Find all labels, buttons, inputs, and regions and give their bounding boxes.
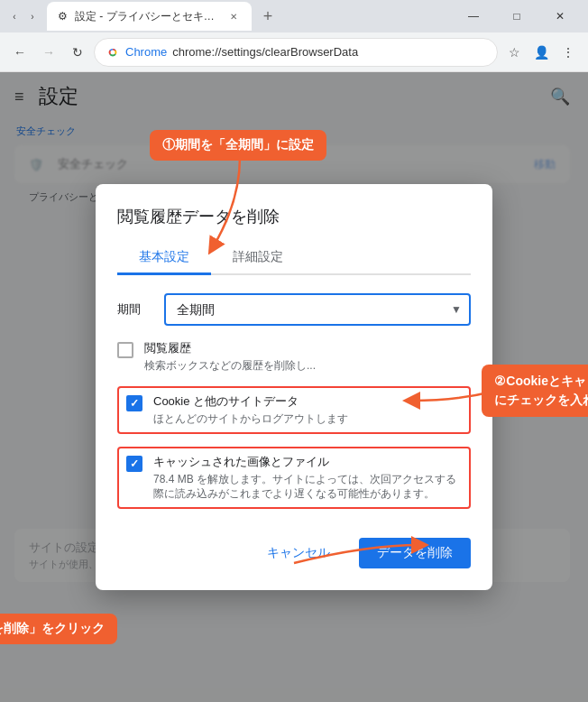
tab-basic[interactable]: 基本設定 [117, 242, 211, 275]
modal-title: 閲覧履歴データを削除 [117, 206, 471, 227]
new-tab-button[interactable]: + [255, 4, 280, 29]
back-button[interactable]: ← [7, 40, 32, 65]
menu-button[interactable]: ⋮ [556, 40, 581, 65]
cookies-item: Cookie と他のサイトデータ ほとんどのサイトからログアウトします [117, 386, 471, 434]
cache-checkbox[interactable] [126, 456, 142, 472]
address-bar: ← → ↻ Chrome chrome://settings/clearBrow… [0, 32, 588, 72]
modal-overlay: ①期間を「全期間」に設定 ②Cookieとキャッシュにチェックを入れる ③「デー… [0, 72, 588, 702]
bookmark-button[interactable]: ☆ [501, 40, 527, 65]
svg-point-1 [111, 50, 115, 54]
period-select[interactable]: 全期間 過去1時間 過去24時間 過去7日間 過去4週間 [164, 293, 471, 326]
nav-forward-tab[interactable]: › [25, 9, 40, 23]
cookies-text: Cookie と他のサイトデータ ほとんどのサイトからログアウトします [153, 393, 462, 427]
tab-advanced[interactable]: 詳細設定 [211, 242, 305, 275]
cache-title: キャッシュされた画像とファイル [153, 454, 462, 470]
period-row: 期間 全期間 過去1時間 過去24時間 過去7日間 過去4週間 ▼ [117, 293, 471, 326]
modal-footer: キャンセル データを削除 [117, 527, 471, 568]
browser-window: ‹ › ⚙ 設定 - プライバシーとセキュリティ ✕ + — □ ✕ ← → ↻ [0, 0, 588, 702]
modal-tabs: 基本設定 詳細設定 [117, 242, 471, 275]
url-brand: Chrome [125, 45, 167, 59]
address-actions: ☆ 👤 ⋮ [501, 40, 581, 65]
tab-close-button[interactable]: ✕ [226, 9, 241, 23]
url-bar[interactable]: Chrome chrome://settings/clearBrowserDat… [94, 38, 498, 67]
annotation-step1: ①期間を「全期間」に設定 [150, 130, 326, 161]
period-label: 期間 [117, 301, 153, 318]
clear-data-modal: ①期間を「全期間」に設定 ②Cookieとキャッシュにチェックを入れる ③「デー… [96, 184, 492, 590]
minimize-button[interactable]: — [453, 3, 494, 30]
cancel-button[interactable]: キャンセル [249, 538, 348, 568]
annotation-step3: ③「データを削除」をクリック [0, 614, 117, 644]
forward-button[interactable]: → [36, 40, 61, 65]
browsing-history-title: 閲覧履歴 [144, 340, 471, 356]
window-controls-left: ‹ › [7, 9, 40, 23]
browsing-history-desc: 検索ボックスなどの履歴を削除し... [144, 358, 471, 374]
close-button[interactable]: ✕ [539, 3, 581, 30]
url-path: chrome://settings/clearBrowserData [172, 45, 358, 59]
delete-button[interactable]: データを削除 [359, 538, 471, 568]
nav-back-tab[interactable]: ‹ [7, 9, 22, 23]
cookies-desc: ほとんどのサイトからログアウトします [153, 411, 462, 427]
annotation-step2-text: ②Cookieとキャッシュにチェックを入れる [494, 374, 588, 407]
browsing-history-item: 閲覧履歴 検索ボックスなどの履歴を削除し... [117, 340, 471, 374]
cookies-title: Cookie と他のサイトデータ [153, 393, 462, 410]
active-tab[interactable]: ⚙ 設定 - プライバシーとセキュリティ ✕ [47, 2, 252, 31]
profile-button[interactable]: 👤 [528, 40, 554, 65]
cache-text: キャッシュされた画像とファイル 78.4 MB を解放します。サイトによっては、… [153, 454, 462, 503]
tab-settings-icon: ⚙ [58, 10, 68, 23]
page-content: ≡ 設定 🔍 安全チェック 🛡️ 安全チェック 移動 プライバシーとセキュリティ… [0, 72, 588, 702]
cache-desc: 78.4 MB を解放します。サイトによっては、次回アクセスする際に読み込みがこ… [153, 472, 462, 503]
reload-button[interactable]: ↻ [65, 40, 90, 65]
title-bar: ‹ › ⚙ 設定 - プライバシーとセキュリティ ✕ + — □ ✕ [0, 0, 588, 32]
maximize-button[interactable]: □ [496, 3, 537, 30]
annotation-step2: ②Cookieとキャッシュにチェックを入れる [482, 365, 588, 417]
chrome-logo-icon [106, 45, 120, 60]
tab-label: 設定 - プライバシーとセキュリティ [75, 9, 219, 24]
browsing-history-text: 閲覧履歴 検索ボックスなどの履歴を削除し... [144, 340, 471, 374]
window-controls-right: — □ ✕ [453, 3, 581, 30]
cookies-checkbox[interactable] [126, 395, 142, 411]
period-select-wrapper: 全期間 過去1時間 過去24時間 過去7日間 過去4週間 ▼ [164, 293, 471, 326]
cache-item: キャッシュされた画像とファイル 78.4 MB を解放します。サイトによっては、… [117, 447, 471, 510]
browsing-history-checkbox[interactable] [117, 342, 133, 358]
